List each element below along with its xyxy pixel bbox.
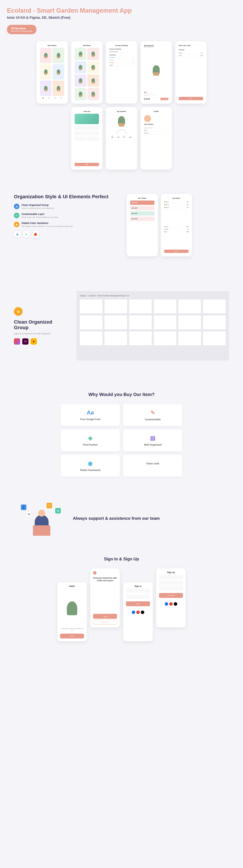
ticket: 20% OFF <box>130 206 154 210</box>
canvas-title: Design <box>80 294 86 297</box>
ticket: 20% OFF <box>130 200 154 205</box>
list-item: Change Password› <box>109 50 134 53</box>
plant-card <box>74 61 86 73</box>
list-item: ● Google● <box>109 61 134 64</box>
login-button: LOGIN <box>93 614 117 619</box>
feature-label: Free Google Font <box>80 418 100 421</box>
feature-icon: ◉ <box>88 460 93 467</box>
feature-label: Pixel Perfect <box>83 443 97 446</box>
mockup-tickets: My Tickets 20% OFF 20% OFF 20% OFF 20% O… <box>127 194 158 256</box>
org-heading: Organization Style & UI Elements Perfect <box>14 194 116 199</box>
plant-card <box>40 81 52 96</box>
plant-card <box>74 88 86 100</box>
figma-icon <box>14 338 20 345</box>
save-button: SAVE <box>74 163 99 166</box>
ticket: 20% OFF <box>130 217 154 221</box>
or-divider: or <box>126 608 150 609</box>
login-button: LOGIN <box>126 601 150 606</box>
name-field <box>159 575 183 579</box>
canvas-artboard <box>129 315 152 329</box>
plant-card <box>53 81 64 96</box>
organization-section: Organization Style & UI Elements Perfect… <box>0 177 243 274</box>
canvas-artboard <box>80 332 102 345</box>
feature-label: Flutter framework <box>80 469 100 471</box>
tagline: Let's get your new smart garden set up <box>60 628 84 631</box>
ticket: 20% OFF <box>130 211 154 216</box>
badge-desc: Beautiful & Clean Design <box>11 30 32 32</box>
screen-title: Enter your card <box>179 44 203 46</box>
mockup-product: Euonymus Euonymus Europaea Size $ 54.20 … <box>141 41 172 104</box>
hello-title: Hello! <box>60 585 84 587</box>
settings-group: Password & Backup <box>109 49 134 50</box>
sign-section: Sign In & Sign Up Hello! Let's get your … <box>0 546 243 652</box>
xd-icon: Xd <box>22 338 28 345</box>
sketch-icon: ◆ <box>31 338 37 345</box>
plant-card <box>87 61 99 73</box>
canvas-artboard <box>129 332 152 345</box>
feature-title: Global Color Variations <box>22 222 73 224</box>
gear-icon: ⚙ <box>55 508 61 514</box>
mockup-settings: Account Settings Password & Backup Chang… <box>106 41 137 104</box>
user-icon: 👤 <box>21 504 26 510</box>
screen-title: Account Settings <box>109 44 134 46</box>
feature-title: Clean Organized Group <box>22 204 54 207</box>
info-icon: ⓘ <box>47 503 52 508</box>
canvas-artboard <box>154 315 176 329</box>
badge-count: 53 Screens <box>11 27 32 30</box>
list-item: ● Twitter● <box>109 59 134 61</box>
figma-canvas: Design — Ecoland - Smart Garden Manageme… <box>77 291 229 361</box>
feature-label: Clean code <box>146 462 159 465</box>
google-icon <box>169 602 173 606</box>
plant-card <box>87 48 99 60</box>
apple-icon: 🍎 <box>32 231 39 238</box>
canvas-artboard <box>129 300 152 313</box>
password-field <box>126 594 150 598</box>
profile-name: Alex O'Brien <box>144 123 169 125</box>
welcome-text: Everyone should live with a little more … <box>93 577 117 582</box>
list-item: Total$59 <box>164 230 188 233</box>
stack-icon: ▤ <box>14 307 23 316</box>
why-feature-card: ✎Customizable <box>123 404 182 426</box>
support-illustration: 👤 ⚙ ⓘ ✉ <box>18 501 66 536</box>
canvas-artboard <box>80 315 102 329</box>
why-feature-card: ◉Flutter framework <box>61 455 120 477</box>
apple-icon <box>174 602 177 606</box>
mockup-card-entry: Enter your card Summary SectionPrice 2 i… <box>175 41 207 104</box>
plant-card <box>87 74 99 87</box>
canvas-artboard <box>80 300 102 313</box>
register-button: REGISTER <box>93 620 117 625</box>
canvas-artboard <box>203 332 226 345</box>
facebook-icon <box>132 611 135 614</box>
settings-group: Connected <box>109 54 134 56</box>
feature-label: Well Organized <box>144 443 161 446</box>
hero-mockups: My Gardens Add plants <box>35 41 208 169</box>
gauge-icon <box>116 129 127 134</box>
list-item: SectionPrice <box>179 52 203 54</box>
org-feature: ◉ Global Color VariationsWe Popular Colo… <box>14 222 116 227</box>
why-section: Why Would you Buy Our Item? AaFree Googl… <box>0 378 243 491</box>
canvas-artboard <box>203 300 226 313</box>
why-heading: Why Would you Buy Our Item? <box>14 392 229 397</box>
password-field <box>159 586 183 590</box>
feature-icon: ▤ <box>150 435 155 441</box>
facebook-icon <box>165 602 168 606</box>
buy-button: BUY <box>179 97 203 100</box>
size-label: Size <box>144 92 169 93</box>
color-icon: ◉ <box>14 222 20 227</box>
list-item: 🌿 Plant 3$24 <box>164 206 188 209</box>
signin-title: Sign in <box>126 585 150 587</box>
canvas-artboard <box>154 332 176 345</box>
google-icon <box>136 611 140 614</box>
screen-title: Add card <box>74 111 99 112</box>
plant-card <box>74 74 86 87</box>
email-field <box>159 581 183 585</box>
canvas-filename: Ecoland - Smart Garden Management App V1… <box>89 294 129 297</box>
mail-icon: ✉ <box>26 512 32 517</box>
canvas-artboard <box>178 300 201 313</box>
plant-card <box>40 64 52 80</box>
layers-icon: ◈ <box>14 204 20 209</box>
price: $ 54.20 <box>144 98 150 100</box>
buy-button: BUY <box>164 250 188 253</box>
list-item: 2 item$12.4 <box>179 54 203 57</box>
clean-desc: Layer & Component are well Organized <box>14 333 66 335</box>
